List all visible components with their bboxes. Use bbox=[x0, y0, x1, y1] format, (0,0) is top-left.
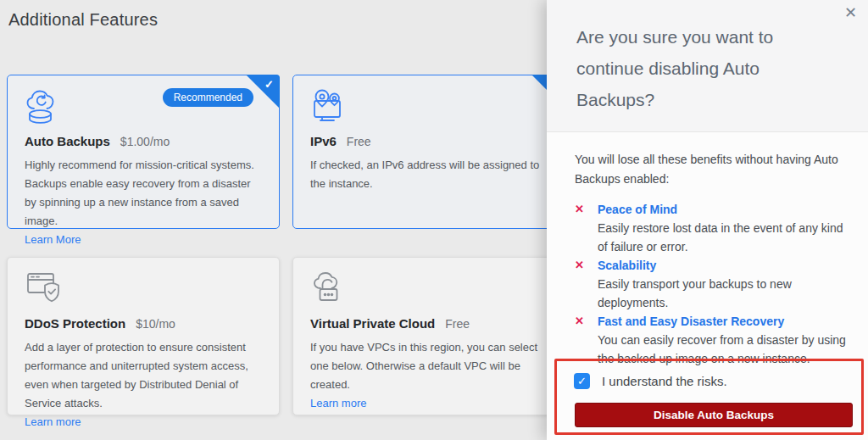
modal-body: You will lose all these benefits without… bbox=[547, 132, 868, 368]
feature-price: $1.00/mo bbox=[120, 135, 170, 148]
learn-more-link[interactable]: Learn more bbox=[25, 415, 81, 428]
disable-auto-backups-button[interactable]: Disable Auto Backups bbox=[575, 403, 853, 427]
feature-price: Free bbox=[347, 135, 371, 148]
selected-check-icon: ✓ bbox=[264, 78, 274, 91]
page-title: Additional Features bbox=[8, 10, 158, 30]
benefit-title-link[interactable]: Fast and Easy Disaster Recovery bbox=[598, 312, 853, 331]
benefit-list: ✕ Peace of Mind Easily restore lost data… bbox=[575, 200, 853, 368]
understand-risks-checkbox[interactable]: ✓ bbox=[574, 373, 590, 389]
feature-description: Add a layer of protection to ensure cons… bbox=[25, 338, 262, 413]
red-x-icon: ✕ bbox=[575, 312, 598, 368]
feature-card-vpc[interactable]: Virtual Private Cloud Free If you have V… bbox=[292, 257, 565, 415]
feature-name: DDoS Protection bbox=[25, 316, 125, 331]
benefit-description: Easily restore lost data in the event of… bbox=[598, 219, 853, 256]
checkbox-check-icon: ✓ bbox=[577, 375, 587, 387]
learn-more-link[interactable]: Learn more bbox=[310, 397, 366, 409]
benefit-description: Easily transport your backups to new dep… bbox=[598, 275, 853, 312]
red-x-icon: ✕ bbox=[575, 200, 598, 256]
benefit-title-link[interactable]: Scalability bbox=[598, 256, 853, 275]
risk-confirmation-row: ✓ I understand the risks. bbox=[574, 373, 727, 389]
checkbox-label: I understand the risks. bbox=[602, 374, 727, 388]
selected-corner bbox=[246, 75, 280, 109]
feature-description: Highly recommend for mission-critical sy… bbox=[25, 156, 262, 231]
benefit-item: ✕ Scalability Easily transport your back… bbox=[575, 256, 853, 312]
feature-card-ddos-protection[interactable]: DDoS Protection $10/mo Add a layer of pr… bbox=[7, 257, 280, 415]
feature-card-auto-backups[interactable]: Recommended ✓ Auto Backups $1.00/mo High… bbox=[7, 75, 280, 229]
cloud-lock-icon bbox=[310, 270, 349, 309]
disable-auto-backups-modal: ✕ Are you sure you want to continue disa… bbox=[547, 0, 868, 440]
feature-description: If you have VPCs in this region, you can… bbox=[310, 338, 548, 394]
feature-price: Free bbox=[445, 317, 470, 331]
benefit-title-link[interactable]: Peace of Mind bbox=[598, 200, 853, 219]
cloud-backup-icon bbox=[25, 87, 64, 126]
benefit-item: ✕ Fast and Easy Disaster Recovery You ca… bbox=[575, 312, 853, 368]
feature-card-ipv6[interactable]: ✓ IPv6 Free If checked, an IPv6 address … bbox=[292, 75, 565, 229]
monitor-location-pins-icon bbox=[310, 87, 349, 126]
deploy-page: Additional Features Recommended ✓ Auto B… bbox=[0, 0, 868, 440]
modal-intro: You will lose all these benefits without… bbox=[575, 150, 853, 189]
feature-name: Auto Backups bbox=[25, 134, 110, 148]
modal-title: Are you sure you want to continue disabl… bbox=[576, 21, 798, 115]
feature-name: IPv6 bbox=[310, 134, 337, 148]
feature-description: If checked, an IPv6 address will be assi… bbox=[310, 156, 548, 193]
feature-name: Virtual Private Cloud bbox=[310, 316, 435, 331]
recommended-badge: Recommended bbox=[163, 88, 253, 107]
feature-price: $10/mo bbox=[136, 317, 175, 331]
close-icon[interactable]: ✕ bbox=[844, 3, 857, 22]
window-shield-icon bbox=[25, 270, 64, 309]
modal-header: Are you sure you want to continue disabl… bbox=[547, 0, 868, 132]
red-x-icon: ✕ bbox=[575, 256, 598, 312]
benefit-description: You can easily recover from a disaster b… bbox=[598, 331, 853, 368]
benefit-item: ✕ Peace of Mind Easily restore lost data… bbox=[575, 200, 853, 256]
learn-more-link[interactable]: Learn More bbox=[25, 233, 81, 246]
